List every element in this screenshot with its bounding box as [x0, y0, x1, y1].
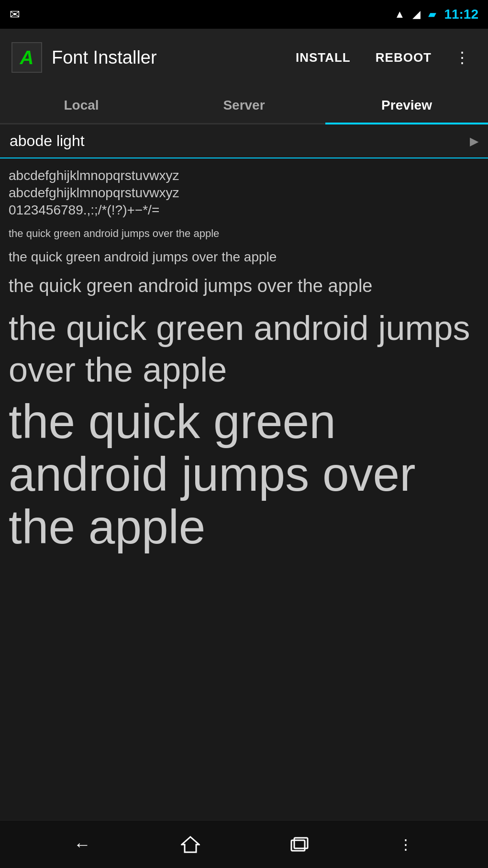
preview-sentence-size-12: the quick green android jumps over the a… — [9, 227, 479, 240]
signal-icon: ◢ — [412, 8, 421, 21]
status-time: 11:12 — [444, 7, 478, 22]
tab-bar: Local Server Preview — [0, 86, 488, 124]
preview-sentence-size-48: the quick green android jumps over the a… — [9, 395, 479, 553]
preview-sentence-size-14: the quick green android jumps over the a… — [9, 249, 479, 265]
svg-rect-2 — [294, 838, 308, 848]
back-button[interactable]: ← — [74, 834, 91, 855]
nav-bar: ← ⋮ — [0, 820, 488, 868]
tab-preview[interactable]: Preview — [325, 88, 488, 124]
overflow-menu-button[interactable]: ⋮ — [449, 50, 477, 65]
font-name-input[interactable] — [10, 132, 470, 150]
status-bar: ✉ ▲ ◢ ▰ 11:12 — [0, 0, 488, 29]
reboot-button[interactable]: REBOOT — [368, 46, 439, 69]
app-bar: A Font Installer INSTALL REBOOT ⋮ — [0, 29, 488, 86]
svg-marker-0 — [182, 837, 199, 852]
home-button[interactable] — [181, 836, 200, 853]
app-title: Font Installer — [52, 47, 278, 68]
battery-icon: ▰ — [428, 8, 436, 21]
preview-sentence-size-36: the quick green android jumps over the a… — [9, 307, 479, 390]
wifi-icon: ▲ — [395, 8, 405, 21]
tab-server[interactable]: Server — [163, 88, 325, 124]
font-input-row: ▶ — [10, 132, 478, 150]
preview-sentence-size-18: the quick green android jumps over the a… — [9, 274, 479, 298]
svg-rect-1 — [291, 840, 305, 851]
preview-content: abcdefghijklmnopqrstuvwxyz abcdefghijklm… — [0, 158, 488, 820]
install-button[interactable]: INSTALL — [288, 46, 358, 69]
app-icon: A — [11, 42, 42, 73]
abc-lowercase-line2: abcdefghijklmnopqrstuvwxyz — [9, 185, 479, 201]
abc-lowercase-line1: abcdefghijklmnopqrstuvwxyz — [9, 168, 479, 183]
numbers-line: 0123456789.,:;/*(!?)+−*/= — [9, 203, 479, 218]
email-icon: ✉ — [10, 7, 20, 22]
dropdown-arrow-icon[interactable]: ▶ — [470, 135, 478, 148]
tab-local[interactable]: Local — [0, 88, 163, 124]
font-search-area: ▶ — [0, 124, 488, 158]
recents-button[interactable] — [289, 836, 309, 853]
overflow-nav-icon[interactable]: ⋮ — [399, 836, 414, 853]
